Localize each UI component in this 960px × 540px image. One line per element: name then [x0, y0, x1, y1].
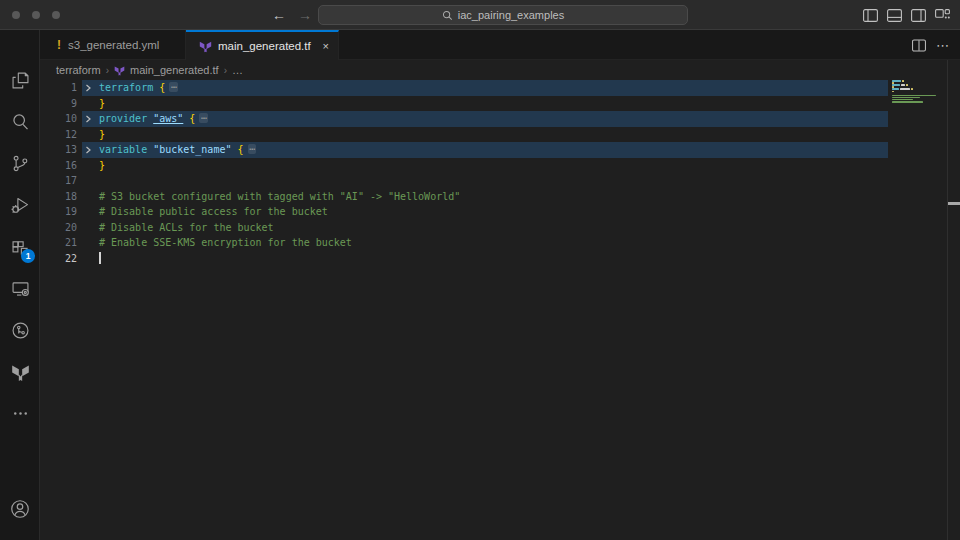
line-number: 18 — [40, 189, 77, 205]
close-tab-icon[interactable]: × — [323, 40, 329, 52]
zoom-window-button[interactable] — [52, 11, 60, 19]
accounts-icon[interactable] — [0, 489, 40, 529]
code-text: # S3 bucket configured with tagged with … — [99, 189, 460, 205]
extensions-icon[interactable]: 1 — [0, 227, 40, 267]
more-actions-icon[interactable]: ⋯ — [936, 38, 950, 53]
editor-scrollbar-track[interactable] — [947, 60, 948, 540]
terraform-icon — [114, 65, 125, 76]
source-control-icon[interactable] — [0, 143, 40, 183]
source-control-graph-icon[interactable] — [0, 310, 40, 350]
extensions-badge: 1 — [21, 249, 35, 263]
code-text: variable "bucket_name" {⋯ — [99, 142, 256, 158]
search-icon[interactable] — [0, 101, 40, 141]
minimap-line — [906, 84, 908, 86]
code-text: terraform {⋯ — [99, 80, 178, 96]
fold-chevron-icon[interactable] — [84, 146, 92, 154]
settings-gear-icon[interactable] — [0, 530, 40, 540]
toggle-panel-icon[interactable] — [887, 8, 902, 22]
code-text: # Disable public access for the bucket — [99, 204, 328, 220]
breadcrumb: terraform › main_generated.tf › … — [40, 60, 960, 80]
code-line[interactable]: 19# Disable public access for the bucket — [40, 204, 948, 220]
code-text: provider "aws" {⋯ — [99, 111, 208, 127]
line-number: 12 — [40, 127, 77, 143]
code-text: # Disable ACLs for the bucket — [99, 220, 274, 236]
window-controls — [12, 11, 60, 19]
activity-bar: 1 — [0, 30, 40, 540]
chevron-right-icon: › — [224, 65, 227, 76]
tab-bar: ! s3_generated.yml main_generated.tf × ⋯ — [40, 30, 960, 60]
title-bar: ← → iac_pairing_examples — [0, 0, 960, 30]
code-line[interactable]: 10provider "aws" {⋯ — [40, 111, 948, 127]
folded-code-badge[interactable]: ⋯ — [248, 144, 256, 154]
tab-main-generated-tf[interactable]: main_generated.tf × — [186, 30, 339, 60]
close-window-button[interactable] — [12, 11, 20, 19]
code-line[interactable]: 1terraform {⋯ — [40, 80, 948, 96]
line-number: 21 — [40, 235, 77, 251]
line-number: 1 — [40, 80, 77, 96]
breadcrumb-file[interactable]: main_generated.tf — [130, 64, 219, 76]
folded-code-badge[interactable]: ⋯ — [169, 82, 177, 92]
line-number: 16 — [40, 158, 77, 174]
overview-ruler-marker — [948, 202, 960, 205]
folded-region-highlight — [82, 80, 888, 96]
text-cursor — [99, 252, 101, 264]
line-number: 9 — [40, 96, 77, 112]
breadcrumb-symbol[interactable]: … — [232, 64, 243, 76]
fold-chevron-icon[interactable] — [84, 115, 92, 123]
code-line[interactable]: 17 — [40, 173, 948, 189]
line-number: 17 — [40, 173, 77, 189]
line-number: 10 — [40, 111, 77, 127]
minimap-line — [892, 88, 899, 90]
remote-explorer-icon[interactable] — [0, 268, 40, 308]
yaml-warning-icon: ! — [57, 38, 61, 52]
toggle-primary-sidebar-icon[interactable] — [863, 8, 878, 22]
customize-layout-icon[interactable] — [935, 8, 950, 22]
toggle-secondary-sidebar-icon[interactable] — [911, 8, 926, 22]
code-line[interactable]: 21# Enable SSE-KMS encryption for the bu… — [40, 235, 948, 251]
command-center-search[interactable]: iac_pairing_examples — [318, 5, 688, 25]
line-number: 13 — [40, 142, 77, 158]
minimap-line — [892, 101, 923, 103]
terraform-icon — [199, 40, 212, 53]
run-and-debug-icon[interactable] — [0, 185, 40, 225]
tab-label: s3_generated.yml — [68, 39, 159, 51]
search-icon — [442, 10, 453, 21]
code-text: } — [99, 96, 105, 112]
explorer-icon[interactable] — [0, 60, 40, 100]
minimap-line — [911, 88, 913, 90]
code-line[interactable]: 20# Disable ACLs for the bucket — [40, 220, 948, 236]
line-number: 20 — [40, 220, 77, 236]
minimap-line — [892, 91, 894, 93]
tab-label: main_generated.tf — [218, 40, 311, 52]
code-line[interactable]: 12} — [40, 127, 948, 143]
code-line[interactable]: 18# S3 bucket configured with tagged wit… — [40, 189, 948, 205]
minimap-line — [901, 84, 905, 86]
fold-chevron-icon[interactable] — [84, 84, 92, 92]
code-text: } — [99, 158, 105, 174]
tab-s3-generated-yml[interactable]: ! s3_generated.yml — [40, 30, 186, 60]
code-text: } — [99, 127, 105, 143]
code-line[interactable]: 16} — [40, 158, 948, 174]
split-editor-icon[interactable] — [912, 39, 926, 52]
additional-views-icon[interactable] — [0, 393, 40, 433]
minimap-line — [902, 80, 904, 82]
navigate-forward-icon[interactable]: → — [294, 0, 316, 30]
minimize-window-button[interactable] — [32, 11, 40, 19]
line-number: 22 — [40, 251, 77, 267]
chevron-right-icon: › — [106, 65, 109, 76]
line-number: 19 — [40, 204, 77, 220]
vscode-window: ← → iac_pairing_examples — [0, 0, 960, 540]
search-text: iac_pairing_examples — [458, 9, 564, 21]
minimap[interactable] — [892, 80, 946, 540]
folded-code-badge[interactable]: ⋯ — [199, 113, 207, 123]
code-text: # Enable SSE-KMS encryption for the buck… — [99, 235, 352, 251]
terraform-activity-icon[interactable] — [0, 352, 40, 392]
code-line[interactable]: 22 — [40, 251, 948, 267]
code-line[interactable]: 9} — [40, 96, 948, 112]
minimap-line — [900, 88, 910, 90]
breadcrumb-folder[interactable]: terraform — [56, 64, 101, 76]
minimap-line — [892, 95, 936, 97]
code-line[interactable]: 13variable "bucket_name" {⋯ — [40, 142, 948, 158]
navigate-back-icon[interactable]: ← — [268, 0, 290, 30]
